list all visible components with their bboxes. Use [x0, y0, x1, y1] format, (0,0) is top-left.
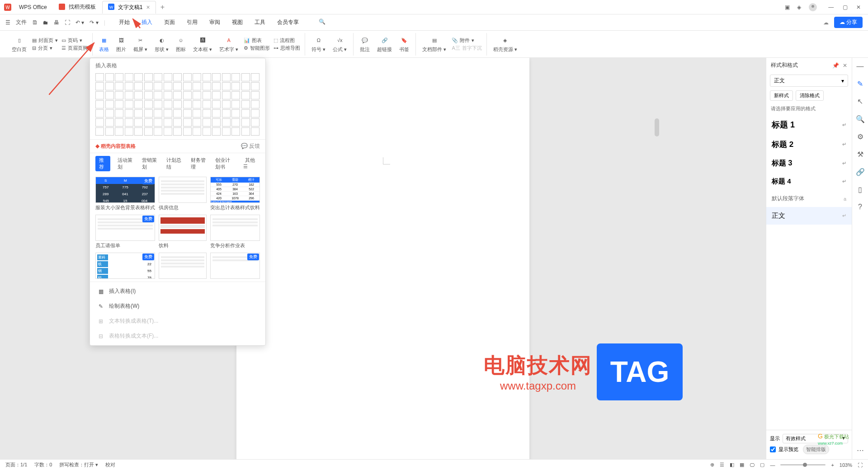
grid-cell[interactable] — [183, 100, 192, 108]
cloud-icon[interactable]: ☁ — [823, 19, 829, 26]
table-size-grid[interactable] — [90, 73, 265, 139]
smartart-button[interactable]: ⚙ 智能图形 — [244, 45, 270, 52]
dropcap-button[interactable]: A三 首字下沉 — [452, 45, 481, 52]
style-default-para[interactable]: 默认段落字体a — [766, 190, 852, 207]
tab-recommend[interactable]: 推荐 — [95, 156, 110, 171]
grid-cell[interactable] — [183, 127, 192, 136]
grid-cell[interactable] — [95, 100, 104, 108]
grid-cell[interactable] — [173, 82, 182, 90]
fullscreen-icon[interactable]: ⛶ — [858, 462, 863, 468]
wordart-button[interactable]: A艺术字 ▾ — [217, 35, 240, 53]
page-icon[interactable]: ▯ — [858, 185, 862, 194]
grid-cell[interactable] — [231, 100, 240, 108]
cube-icon[interactable]: ◈ — [797, 4, 801, 10]
style-heading4[interactable]: 标题 4↵ — [766, 173, 852, 190]
grid-cell[interactable] — [212, 127, 221, 136]
grid-cell[interactable] — [125, 82, 133, 90]
undo-icon[interactable]: ↶ ▾ — [75, 19, 84, 26]
grid-cell[interactable] — [144, 73, 153, 81]
grid-cell[interactable] — [212, 109, 221, 118]
grid-cell[interactable] — [203, 109, 211, 118]
template-item[interactable]: 饮料 — [159, 215, 207, 249]
clear-format-button[interactable]: 清除格式 — [796, 90, 824, 101]
grid-cell[interactable] — [105, 73, 114, 81]
grid-cell[interactable] — [203, 127, 211, 136]
share-button[interactable]: ☁ 分享 — [834, 17, 863, 28]
grid-cell[interactable] — [154, 109, 162, 118]
grid-cell[interactable] — [125, 127, 133, 136]
grid-cell[interactable] — [105, 91, 114, 99]
view-icon-3[interactable]: ◧ — [730, 462, 734, 468]
grid-cell[interactable] — [134, 109, 143, 118]
page-indicator[interactable]: 页面：1/1 — [5, 461, 27, 468]
grid-cell[interactable] — [95, 109, 104, 118]
panel-icon[interactable]: ▣ — [785, 4, 790, 10]
blank-page-button[interactable]: ▯空白页 — [10, 35, 28, 53]
headerfooter-button[interactable]: ☰ 页眉页脚 — [61, 45, 88, 52]
grid-cell[interactable] — [222, 73, 231, 81]
grid-cell[interactable] — [164, 118, 172, 127]
template-item[interactable] — [159, 253, 207, 279]
grid-cell[interactable] — [212, 100, 221, 108]
grid-cell[interactable] — [134, 127, 143, 136]
grid-cell[interactable] — [231, 82, 240, 90]
grid-cell[interactable] — [95, 118, 104, 127]
grid-cell[interactable] — [193, 100, 201, 108]
grid-cell[interactable] — [95, 82, 104, 90]
grid-cell[interactable] — [105, 82, 114, 90]
grid-cell[interactable] — [154, 118, 162, 127]
grid-cell[interactable] — [144, 82, 153, 90]
new-style-button[interactable]: 新样式 — [770, 90, 793, 101]
tab-review[interactable]: 审阅 — [208, 18, 221, 27]
template-item[interactable]: 竞争分析作业表 — [210, 215, 260, 249]
style-heading3[interactable]: 标题 3↵ — [766, 154, 852, 173]
grid-cell[interactable] — [164, 109, 172, 118]
edit-icon[interactable]: ✎ — [857, 80, 863, 88]
grid-cell[interactable] — [212, 73, 221, 81]
equation-button[interactable]: √x公式 ▾ — [331, 35, 349, 53]
grid-cell[interactable] — [164, 91, 172, 99]
view-icon-2[interactable]: ☰ — [720, 462, 724, 468]
preview-icon[interactable]: ⛶ — [65, 19, 70, 26]
grid-cell[interactable] — [144, 127, 153, 136]
grid-cell[interactable] — [193, 109, 201, 118]
template-item[interactable]: 免费 — [210, 253, 260, 279]
cover-button[interactable]: ▤ 封面页 ▾ — [32, 37, 58, 44]
grid-cell[interactable] — [125, 100, 133, 108]
tab-tools[interactable]: 工具 — [254, 18, 266, 27]
grid-cell[interactable] — [203, 73, 211, 81]
tab-finance[interactable]: 财务管理 — [189, 156, 208, 171]
search-icon[interactable]: 🔍 — [318, 18, 326, 27]
pagenum-button[interactable]: ▭ 页码 ▾ — [61, 37, 88, 44]
grid-cell[interactable] — [212, 91, 221, 99]
grid-cell[interactable] — [251, 109, 259, 118]
grid-cell[interactable] — [203, 91, 211, 99]
mindmap-button[interactable]: ⊶ 思维导图 — [274, 45, 300, 52]
tab-business[interactable]: 创业计划书 — [213, 156, 236, 171]
grid-cell[interactable] — [134, 91, 143, 99]
settings-icon[interactable]: ⚙ — [857, 132, 863, 141]
grid-cell[interactable] — [222, 100, 231, 108]
grid-cell[interactable] — [193, 91, 201, 99]
bookmark-button[interactable]: 🔖书签 — [397, 35, 411, 53]
search-icon[interactable]: 🔍 — [856, 115, 865, 123]
grid-cell[interactable] — [144, 109, 153, 118]
grid-cell[interactable] — [125, 118, 133, 127]
grid-cell[interactable] — [212, 82, 221, 90]
grid-cell[interactable] — [164, 127, 172, 136]
word-count[interactable]: 字数：0 — [34, 461, 52, 468]
grid-cell[interactable] — [154, 82, 162, 90]
document-tab[interactable]: W文字文稿1× — [102, 1, 156, 14]
spellcheck-status[interactable]: 拼写检查：打开 ▾ — [59, 461, 98, 468]
grid-cell[interactable] — [222, 82, 231, 90]
zoom-level[interactable]: 103% — [840, 462, 852, 468]
comment-button[interactable]: 💬批注 — [358, 35, 372, 53]
grid-cell[interactable] — [115, 100, 123, 108]
grid-cell[interactable] — [154, 127, 162, 136]
tab-reference[interactable]: 引用 — [186, 18, 198, 27]
grid-cell[interactable] — [173, 109, 182, 118]
grid-cell[interactable] — [251, 73, 259, 81]
template-item[interactable]: 供房信息 — [159, 177, 207, 211]
table-button[interactable]: ▦表格 — [97, 35, 111, 53]
grid-cell[interactable] — [164, 73, 172, 81]
